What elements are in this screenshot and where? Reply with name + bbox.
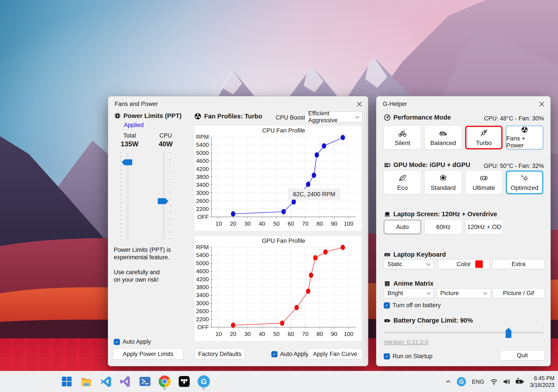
keyboard-mode-dropdown[interactable]: Static — [384, 259, 434, 269]
start-icon — [60, 375, 73, 388]
cpu-slider-thumb[interactable] — [158, 198, 168, 204]
turn-off-on-battery-checkbox[interactable]: ✓ Turn off on battery — [384, 302, 441, 309]
mode-button-optimized[interactable]: Optimized — [506, 170, 543, 194]
start-button[interactable] — [59, 373, 75, 390]
leaf-icon — [398, 173, 407, 183]
apply-power-limits-button[interactable]: Apply Power Limits — [113, 349, 183, 359]
tray-chevron-up-icon[interactable] — [445, 379, 451, 384]
svg-text:60: 60 — [288, 331, 294, 337]
total-slider-thumb[interactable] — [122, 159, 132, 165]
battery-charge-slider[interactable] — [384, 326, 544, 339]
svg-text:100: 100 — [344, 220, 353, 227]
slider-track[interactable] — [384, 332, 544, 333]
mode-button-fans-power[interactable]: Fans + Power — [506, 126, 543, 150]
mode-button-silent[interactable]: Silent — [384, 126, 421, 150]
total-power-slider[interactable] — [120, 152, 135, 240]
auto-apply-power-checkbox[interactable]: ✓ Auto Apply — [114, 338, 151, 345]
mode-button-turbo[interactable]: Turbo — [465, 126, 503, 150]
battery-slider-thumb[interactable] — [506, 328, 511, 338]
svg-text:80: 80 — [317, 220, 323, 227]
matrix-brightness-dropdown[interactable]: Bright — [384, 288, 434, 298]
ghelper-tray-icon[interactable]: G — [457, 377, 466, 386]
cpu-chip-icon — [114, 112, 121, 119]
file-explorer-button[interactable] — [78, 373, 94, 390]
rocket-icon — [479, 129, 488, 138]
screen-button-60hz[interactable]: 60Hz — [425, 220, 462, 234]
volume-icon — [502, 377, 511, 386]
version-link[interactable]: Version: 0.31.0.0 — [384, 339, 428, 346]
cpu-temp-fan-status: CPU: 48°C - Fan: 30% — [484, 115, 544, 122]
laptop-keyboard-header: Laptop Keyboard — [384, 251, 446, 258]
keyboard-extra-button[interactable]: Extra — [492, 259, 545, 269]
svg-text:50: 50 — [273, 331, 280, 337]
picture-gif-button[interactable]: Picture / Gif — [492, 288, 545, 298]
auto-apply-fan-checkbox[interactable]: ✓ Auto Apply — [271, 351, 308, 358]
fan-curve-plot: CPU Fan Profile102030405060708090100OFF2… — [194, 125, 362, 231]
checkbox-checked-icon[interactable]: ✓ — [271, 351, 278, 357]
chevron-down-icon — [427, 291, 430, 294]
apply-fan-curve-button[interactable]: Apply Fan Curve — [308, 349, 362, 359]
quick-settings-group[interactable] — [490, 377, 524, 386]
mode-button-eco[interactable]: Eco — [384, 170, 421, 194]
gpu-fan-profile-chart[interactable]: GPU Fan Profile102030405060708090100OFF2… — [194, 235, 362, 342]
svg-text:10: 10 — [215, 220, 222, 227]
svg-text:3400: 3400 — [196, 182, 209, 188]
screen-button-auto[interactable]: Auto — [384, 220, 421, 234]
performance-mode-buttons: Silent Balanced Turbo — [384, 126, 543, 150]
slider-ticks — [169, 152, 171, 239]
cpu-boost-dropdown[interactable]: Efficient Aggressive — [305, 112, 362, 122]
svg-text:70: 70 — [302, 331, 308, 337]
keyboard-icon — [384, 251, 391, 258]
taskbar-icons: G — [59, 373, 212, 390]
keyboard-color-button[interactable]: Color — [438, 259, 489, 269]
fan-icon — [194, 112, 201, 120]
svg-text:70: 70 — [302, 220, 308, 227]
vscode-button[interactable] — [98, 373, 114, 390]
checkbox-checked-icon[interactable]: ✓ — [384, 353, 390, 359]
mode-button-standard[interactable]: Standard — [424, 170, 462, 194]
svg-text:80: 80 — [317, 331, 323, 337]
ghelper-button[interactable]: G — [196, 373, 212, 390]
slider-track[interactable] — [163, 152, 165, 240]
chart-tooltip: 62C, 2400 RPM — [288, 189, 340, 200]
screen-button-120hz-od[interactable]: 120Hz + OD — [466, 220, 503, 234]
svg-text:4600: 4600 — [196, 268, 209, 275]
factory-defaults-button[interactable]: Factory Defaults — [195, 349, 245, 359]
matrix-content-dropdown[interactable]: Picture — [436, 288, 490, 298]
clock[interactable]: 6:45 PM 3/18/2023 — [530, 375, 555, 389]
close-button[interactable] — [355, 100, 364, 108]
checkbox-checked-icon[interactable]: ✓ — [114, 339, 120, 345]
fan-icon — [520, 126, 529, 133]
cpu-value: 40W — [152, 140, 179, 148]
matrix-icon — [384, 280, 391, 287]
checkbox-checked-icon[interactable]: ✓ — [384, 302, 390, 309]
quit-button[interactable]: Quit — [500, 350, 545, 360]
svg-text:OFF: OFF — [197, 324, 209, 331]
chrome-icon — [158, 375, 171, 388]
chrome-button[interactable] — [157, 373, 173, 390]
language-indicator[interactable]: ENG — [472, 378, 484, 385]
clock-date: 3/18/2023 — [530, 382, 555, 389]
cpu-fan-profile-chart[interactable]: CPU Fan Profile102030405060708090100OFF2… — [194, 125, 362, 231]
svg-text:GPU Fan Profile: GPU Fan Profile — [262, 238, 305, 244]
mode-button-ultimate[interactable]: Ultimate — [465, 170, 503, 194]
powershell-button[interactable] — [137, 373, 153, 390]
cpu-power-slider[interactable] — [156, 152, 171, 240]
close-button[interactable] — [537, 100, 546, 108]
cpu-boost-label: CPU Boost — [276, 114, 305, 121]
run-on-startup-checkbox[interactable]: ✓ Run on Startup — [384, 353, 433, 360]
file-explorer-icon — [80, 375, 93, 388]
powershell-icon — [139, 375, 151, 388]
svg-text:5000: 5000 — [196, 260, 209, 267]
slider-ticks — [120, 152, 122, 239]
mode-button-balanced[interactable]: Balanced — [424, 126, 462, 150]
tidal-button[interactable] — [176, 373, 192, 390]
gamepad-icon — [479, 173, 488, 183]
svg-text:3000: 3000 — [196, 300, 209, 307]
laptop-screen-header: Laptop Screen: 120Hz + Overdrive — [384, 210, 497, 218]
svg-text:40: 40 — [259, 220, 265, 227]
visual-studio-button[interactable] — [117, 373, 134, 390]
power-limits-title: Power Limits (PPT) — [123, 112, 182, 119]
gpu-mode-buttons: Eco Standard Ultimate — [384, 170, 543, 194]
svg-text:CPU Fan Profile: CPU Fan Profile — [262, 127, 305, 134]
